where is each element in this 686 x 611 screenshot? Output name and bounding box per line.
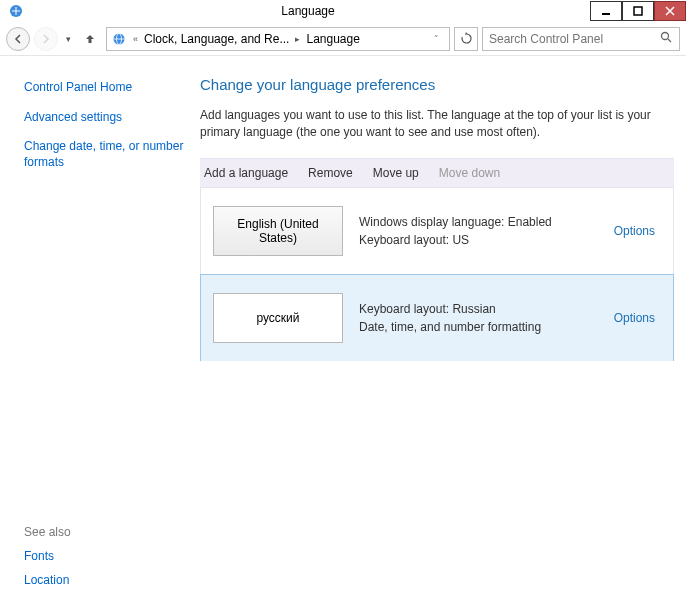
language-list: English (United States)Windows display l…: [200, 188, 674, 361]
move-down-button: Move down: [439, 166, 500, 180]
language-name-box: русский: [213, 293, 343, 343]
address-dropdown-icon[interactable]: ˅: [428, 34, 445, 44]
search-box[interactable]: [482, 27, 680, 51]
window-buttons: [590, 1, 686, 21]
globe-icon: [111, 31, 127, 47]
see-also-heading: See also: [24, 525, 186, 539]
chevron-left-icon: «: [131, 34, 140, 44]
language-details: Windows display language: EnabledKeyboar…: [359, 213, 598, 249]
control-panel-icon: [6, 1, 26, 21]
body: Control Panel Home Advanced settings Cha…: [0, 56, 686, 611]
window-title: Language: [26, 4, 590, 18]
language-item[interactable]: English (United States)Windows display l…: [201, 188, 673, 275]
svg-point-8: [662, 32, 669, 39]
refresh-button[interactable]: [454, 27, 478, 51]
breadcrumb-current[interactable]: Language: [306, 32, 359, 46]
history-dropdown-icon[interactable]: ▾: [62, 34, 74, 44]
see-also-location[interactable]: Location: [24, 573, 186, 587]
breadcrumb-parent[interactable]: Clock, Language, and Re...: [144, 32, 289, 46]
page-title: Change your language preferences: [200, 76, 674, 93]
sidebar-control-panel-home[interactable]: Control Panel Home: [24, 80, 186, 96]
address-bar: ▾ « Clock, Language, and Re... ▸ Languag…: [0, 22, 686, 56]
see-also-fonts[interactable]: Fonts: [24, 549, 186, 563]
main-content: Change your language preferences Add lan…: [200, 56, 686, 611]
language-name-box: English (United States): [213, 206, 343, 256]
language-details: Keyboard layout: RussianDate, time, and …: [359, 300, 598, 336]
language-toolbar: Add a language Remove Move up Move down: [200, 158, 674, 188]
back-button[interactable]: [6, 27, 30, 51]
move-up-button[interactable]: Move up: [373, 166, 419, 180]
sidebar: Control Panel Home Advanced settings Cha…: [0, 56, 200, 611]
sidebar-advanced-settings[interactable]: Advanced settings: [24, 110, 186, 126]
titlebar: Language: [0, 0, 686, 22]
up-button[interactable]: [78, 27, 102, 51]
language-item[interactable]: русскийKeyboard layout: RussianDate, tim…: [200, 274, 674, 361]
chevron-right-icon[interactable]: ▸: [293, 34, 302, 44]
language-window: Language ▾ « Clock, Language, and Re... …: [0, 0, 686, 611]
maximize-button[interactable]: [622, 1, 654, 21]
language-options-link[interactable]: Options: [614, 311, 661, 325]
search-icon[interactable]: [660, 30, 673, 48]
intro-text: Add languages you want to use to this li…: [200, 107, 674, 142]
remove-button[interactable]: Remove: [308, 166, 353, 180]
forward-button[interactable]: [34, 27, 58, 51]
see-also: See also Fonts Location: [24, 525, 186, 597]
add-language-button[interactable]: Add a language: [204, 166, 288, 180]
sidebar-date-time-formats[interactable]: Change date, time, or number formats: [24, 139, 186, 170]
address-field[interactable]: « Clock, Language, and Re... ▸ Language …: [106, 27, 450, 51]
svg-rect-2: [634, 7, 642, 15]
close-button[interactable]: [654, 1, 686, 21]
minimize-button[interactable]: [590, 1, 622, 21]
search-input[interactable]: [489, 32, 660, 46]
svg-line-9: [668, 39, 671, 42]
language-options-link[interactable]: Options: [614, 224, 661, 238]
